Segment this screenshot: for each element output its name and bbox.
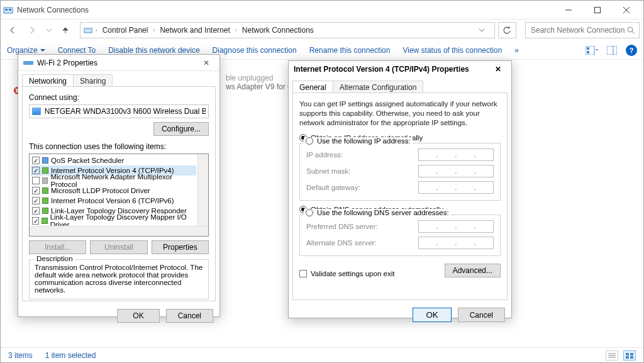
svg-rect-7 xyxy=(84,28,92,33)
view-status-cmd[interactable]: View status of this connection xyxy=(402,46,502,55)
chevron-right-icon: › xyxy=(152,27,156,33)
tabstrip: General Alternate Configuration xyxy=(289,77,511,92)
validate-settings-checkbox[interactable]: Validate settings upon exit xyxy=(299,270,394,277)
checkbox[interactable]: ✓ xyxy=(32,197,40,204)
tabstrip: Networking Sharing xyxy=(18,71,219,86)
default-gateway-field[interactable]: ... xyxy=(418,181,494,194)
protocol-icon xyxy=(42,167,48,174)
help-button[interactable]: ? xyxy=(626,45,637,56)
dialog-title: Wi-Fi 2 Properties xyxy=(37,59,97,67)
use-following-ip-radio[interactable]: Use the following IP address: xyxy=(304,137,413,145)
list-item[interactable]: ✓Internet Protocol Version 6 (TCP/IPv6) xyxy=(31,196,196,206)
ip-address-field[interactable]: ... xyxy=(418,148,494,161)
scrollbar-horizontal[interactable] xyxy=(29,226,209,237)
list-item[interactable]: ✓Link-Layer Topology Discovery Mapper I/… xyxy=(31,216,196,226)
tab-general[interactable]: General xyxy=(292,81,333,93)
close-button[interactable]: ✕ xyxy=(490,65,506,74)
titlebar: Network Connections xyxy=(1,1,643,20)
cancel-button[interactable]: Cancel xyxy=(458,308,505,322)
description-text: Transmission Control Protocol/Internet P… xyxy=(35,264,203,294)
subnet-mask-label: Subnet mask: xyxy=(306,167,418,175)
checkbox[interactable]: ✓ xyxy=(32,167,40,174)
rename-cmd[interactable]: Rename this connection xyxy=(309,46,391,55)
preview-pane-button[interactable] xyxy=(607,46,617,55)
networking-pane: Connect using: NETGEAR WNDA3100v3 N600 W… xyxy=(22,86,216,301)
protocol-icon xyxy=(42,218,47,224)
general-pane: You can get IP settings assigned automat… xyxy=(292,92,508,300)
static-ip-group: Use the following IP address: IP address… xyxy=(299,143,501,201)
description-group: Description Transmission Control Protoco… xyxy=(29,259,209,299)
back-button[interactable] xyxy=(4,22,20,38)
connect-to-cmd[interactable]: Connect To xyxy=(58,46,96,55)
svg-rect-21 xyxy=(626,353,629,355)
wifi-properties-dialog: Wi-Fi 2 Properties ✕ Networking Sharing … xyxy=(18,54,220,317)
status-bar: 3 items 1 item selected xyxy=(1,347,643,362)
checkbox[interactable]: ✓ xyxy=(32,207,40,215)
ipv4-properties-dialog: Internet Protocol Version 4 (TCP/IPv4) P… xyxy=(288,60,512,318)
disable-device-cmd[interactable]: Disable this network device xyxy=(108,46,199,55)
scrollbar-vertical[interactable] xyxy=(197,154,208,226)
checkbox[interactable]: ✓ xyxy=(32,217,39,225)
checkbox[interactable] xyxy=(32,177,40,184)
organize-menu[interactable]: Organize xyxy=(7,46,45,55)
list-item[interactable]: Microsoft Network Adapter Multiplexor Pr… xyxy=(31,176,196,186)
ok-button[interactable]: OK xyxy=(413,308,451,322)
tab-sharing[interactable]: Sharing xyxy=(73,74,113,87)
checkbox[interactable]: ✓ xyxy=(32,157,40,164)
checkbox[interactable]: ✓ xyxy=(32,187,40,194)
chevron-right-icon: › xyxy=(234,27,238,33)
recent-dropdown[interactable] xyxy=(44,22,54,38)
adapter-field[interactable]: NETGEAR WNDA3100v3 N600 Wireless Dual Ba… xyxy=(29,104,209,118)
tab-alternate-config[interactable]: Alternate Configuration xyxy=(333,81,424,93)
preferred-dns-field[interactable]: ... xyxy=(418,220,494,233)
list-item[interactable]: ✓QoS Packet Scheduler xyxy=(31,155,196,165)
advanced-button[interactable]: Advanced... xyxy=(445,264,501,277)
change-view-button[interactable] xyxy=(586,46,598,55)
more-cmds[interactable]: » xyxy=(514,46,519,55)
svg-rect-25 xyxy=(23,61,33,65)
search-icon[interactable] xyxy=(626,26,635,35)
item-label: Internet Protocol Version 6 (TCP/IPv6) xyxy=(51,197,174,204)
use-following-dns-radio[interactable]: Use the following DNS server addresses: xyxy=(304,209,451,216)
properties-button[interactable]: Properties xyxy=(152,240,209,254)
diagnose-cmd[interactable]: Diagnose this connection xyxy=(213,46,297,55)
minimize-button[interactable] xyxy=(554,1,583,19)
window-icon xyxy=(3,5,13,15)
ok-button[interactable]: OK xyxy=(117,309,159,323)
adapter-icon xyxy=(23,59,33,67)
item-label: Microsoft LLDP Protocol Driver xyxy=(51,187,150,194)
uninstall-button[interactable]: Uninstall xyxy=(90,240,147,254)
close-button[interactable]: ✕ xyxy=(198,59,214,67)
refresh-button[interactable] xyxy=(498,22,516,38)
address-dropdown[interactable] xyxy=(479,28,492,33)
address-bar[interactable]: › Control Panel › Network and Internet ›… xyxy=(80,22,495,38)
search-input[interactable] xyxy=(530,25,626,35)
up-button[interactable] xyxy=(57,22,73,38)
tab-networking[interactable]: Networking xyxy=(22,74,74,87)
large-icons-view-button[interactable] xyxy=(623,350,636,360)
breadcrumb-control-panel[interactable]: Control Panel xyxy=(100,25,151,36)
protocol-icon xyxy=(42,157,48,164)
protocol-icon xyxy=(42,208,48,214)
forward-button[interactable] xyxy=(24,22,40,38)
protocol-icon xyxy=(42,198,48,204)
alternate-dns-label: Alternate DNS server: xyxy=(306,239,418,247)
subnet-mask-field[interactable]: ... xyxy=(418,165,494,177)
breadcrumb-network-internet[interactable]: Network and Internet xyxy=(157,25,232,36)
protocol-icon xyxy=(42,187,48,194)
search-box[interactable] xyxy=(525,22,640,38)
details-view-button[interactable] xyxy=(606,350,618,360)
connect-using-label: Connect using: xyxy=(29,93,209,102)
configure-button[interactable]: Configure... xyxy=(153,122,209,136)
cancel-button[interactable]: Cancel xyxy=(166,309,213,323)
close-button[interactable] xyxy=(612,1,641,19)
maximize-button[interactable] xyxy=(583,1,612,19)
dialog-titlebar: Wi-Fi 2 Properties ✕ xyxy=(18,55,219,71)
static-dns-group: Use the following DNS server addresses: … xyxy=(299,215,501,256)
breadcrumb-network-connections[interactable]: Network Connections xyxy=(240,25,316,36)
item-label: QoS Packet Scheduler xyxy=(51,157,124,164)
alternate-dns-field[interactable]: ... xyxy=(418,237,494,249)
svg-rect-11 xyxy=(587,47,589,50)
items-listbox[interactable]: ✓QoS Packet Scheduler✓Internet Protocol … xyxy=(29,154,209,226)
install-button[interactable]: Install... xyxy=(29,240,86,254)
